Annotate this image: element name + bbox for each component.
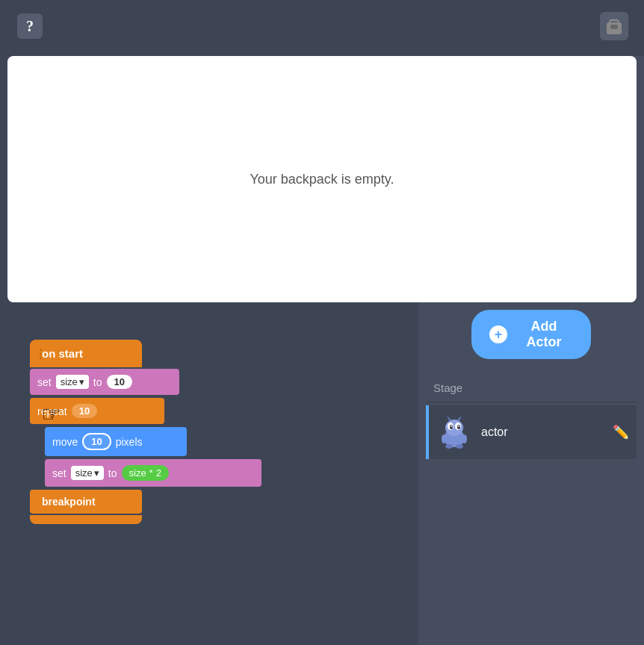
top-bar: ? (0, 0, 644, 52)
add-actor-label: Add Actor (515, 319, 573, 350)
svg-point-17 (456, 444, 463, 449)
repeat-val[interactable]: 10 (72, 404, 97, 418)
dropdown-arrow: ▾ (79, 376, 84, 387)
move-val[interactable]: 10 (82, 433, 111, 450)
stage-section: Stage (418, 374, 644, 459)
on-start-label: on start (42, 347, 83, 360)
backpack-empty-text: Your backpack is empty. (250, 172, 394, 187)
size-multiply-block[interactable]: size * 2 (122, 465, 169, 481)
block-move[interactable]: move 10 pixels (45, 427, 187, 456)
actor-name: actor (481, 426, 604, 439)
block-repeat[interactable]: repeat 10 (30, 398, 164, 424)
dropdown-arrow2: ▾ (94, 467, 99, 479)
multiply-label: * (149, 467, 153, 479)
size-dropdown[interactable]: size ▾ (56, 375, 89, 389)
svg-point-16 (445, 444, 453, 449)
repeat-label: repeat (37, 405, 67, 417)
svg-point-18 (442, 434, 446, 443)
stage-label: Stage (426, 374, 637, 402)
block-on-start[interactable]: on start (30, 340, 142, 367)
block-set-size[interactable]: set size ▾ to 10 (30, 369, 179, 395)
svg-marker-14 (447, 416, 451, 420)
breakpoint-label: breakpoint (42, 496, 96, 508)
block-end-cap (30, 515, 142, 524)
to-label: to (93, 376, 102, 388)
set-label: set (37, 376, 52, 388)
to-label2: to (108, 467, 117, 479)
size-dropdown2[interactable]: size ▾ (71, 466, 104, 480)
block-set-size2[interactable]: set size ▾ to size * 2 (45, 459, 261, 487)
svg-text:?: ? (26, 18, 34, 34)
svg-point-19 (462, 434, 467, 443)
add-actor-plus-icon: + (489, 325, 507, 343)
move-label: move (52, 436, 78, 448)
value-10[interactable]: 10 (107, 375, 132, 389)
pixels-label: pixels (116, 436, 143, 448)
size-green-label: size (129, 467, 146, 479)
block-breakpoint[interactable]: breakpoint (30, 490, 142, 514)
block-inner: move 10 pixels set size ▾ to size * 2 (45, 427, 261, 487)
edit-actor-icon[interactable]: ✏️ (613, 424, 629, 440)
val-2: 2 (156, 467, 161, 479)
set-label2: set (52, 467, 66, 479)
backpack-button[interactable] (599, 11, 629, 41)
actor-sprite (436, 414, 472, 450)
svg-rect-5 (610, 25, 618, 29)
block-group: on start set size ▾ to 10 repeat 10 move… (30, 340, 261, 524)
svg-point-13 (458, 426, 459, 427)
backpack-modal: Your backpack is empty. (7, 56, 637, 302)
help-button[interactable]: ? (15, 11, 45, 41)
add-actor-button[interactable]: + Add Actor (471, 310, 591, 359)
svg-point-12 (451, 426, 452, 427)
svg-marker-15 (457, 416, 462, 420)
actor-item[interactable]: actor ✏️ (426, 405, 637, 459)
